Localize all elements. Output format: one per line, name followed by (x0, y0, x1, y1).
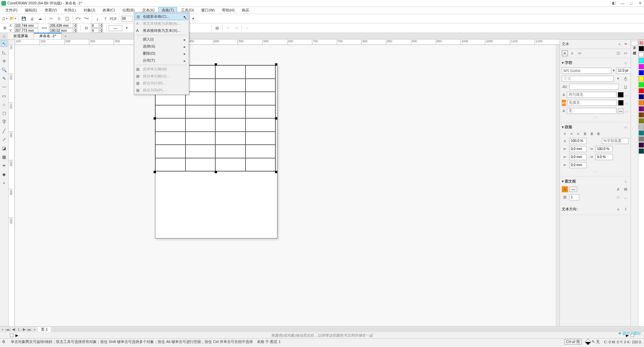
justify-full-icon[interactable]: ≣ (589, 131, 595, 137)
close-icon[interactable]: ✕ (637, 1, 643, 6)
fill-color-swatch[interactable] (618, 92, 623, 97)
zoom-tool-icon[interactable]: 🔍 (1, 66, 7, 73)
char-mode-icon[interactable]: A (562, 50, 568, 56)
dropdown-icon[interactable]: ▾ (613, 68, 615, 74)
dimension-tool-icon[interactable]: ⤢ (1, 136, 7, 143)
wrap2-button[interactable]: ⟲ (233, 25, 239, 31)
expand-more-icon[interactable]: ⋯ (562, 115, 629, 121)
font-style-select[interactable] (562, 76, 614, 82)
color-swatch[interactable] (639, 106, 644, 112)
more-icon[interactable]: … (625, 92, 629, 98)
handle-bl[interactable] (154, 171, 156, 173)
polygon-tool-icon[interactable]: ⬠ (1, 110, 7, 117)
color-swatch[interactable] (639, 112, 644, 118)
last-page-icon[interactable]: ⏭ (27, 328, 32, 332)
spin-down-icon[interactable]: ▾ (74, 30, 77, 33)
text-docker-tab[interactable]: 文本 (631, 41, 638, 46)
docker-close-icon[interactable]: ✕ (623, 41, 629, 47)
pen-icon[interactable]: ✎ (592, 340, 595, 344)
home-tab-icon[interactable]: ⌂ (0, 34, 8, 38)
rectangle-tool-icon[interactable]: ▭ (1, 92, 7, 99)
justify-icon[interactable]: ≣ (582, 131, 588, 137)
width-input[interactable] (49, 23, 73, 28)
color-swatch[interactable] (639, 148, 644, 154)
border-style-select[interactable]: — (109, 25, 122, 31)
redo-button[interactable]: ↷ (83, 15, 90, 22)
color-swatch[interactable] (639, 130, 644, 136)
page-tab[interactable]: 页 1 (38, 327, 51, 332)
va-top-icon[interactable]: A (615, 186, 621, 192)
more-icon[interactable]: … (625, 108, 629, 114)
ime-indicator[interactable]: CH ⇄ 简 (564, 339, 582, 345)
plus-tool-icon[interactable]: + (1, 180, 7, 186)
spin-down-icon[interactable]: ▾ (74, 25, 77, 28)
y-input[interactable] (14, 28, 38, 33)
prev-page-icon[interactable]: ◀ (11, 327, 16, 332)
align-center-icon[interactable]: ≡ (569, 131, 575, 137)
frame-mode-icon[interactable]: ▭ (577, 50, 583, 56)
options-icon[interactable]: ▭ (623, 50, 629, 56)
cut-button[interactable]: ✂ (48, 15, 54, 22)
margins-button[interactable]: ▤ (214, 25, 220, 31)
border-dropdown-icon[interactable]: ▾ (123, 25, 130, 31)
menu-file[interactable]: 文件(F) (2, 7, 21, 13)
frame-line-icon[interactable]: — (569, 187, 577, 192)
freehand-tool-icon[interactable]: ✎ (1, 75, 7, 82)
launch-dropdown-icon[interactable]: ▾ (190, 15, 197, 22)
menu-select[interactable]: 选择(S) (135, 43, 188, 50)
menu-object[interactable]: 对象(J) (80, 7, 99, 13)
color-swatch[interactable] (639, 100, 644, 106)
canvas[interactable]: × (15, 45, 555, 326)
style-docker-tab[interactable]: 对象样式 (631, 46, 638, 51)
dropdown-icon[interactable]: ▾ (615, 76, 621, 82)
color-swatch[interactable] (639, 46, 644, 51)
cloud-button[interactable]: ☁ (37, 15, 43, 22)
menu-help[interactable]: 帮助(H) (219, 7, 238, 13)
section-opts-icon[interactable]: ○ (623, 60, 629, 66)
first-page-icon[interactable]: ⏮ (5, 328, 11, 332)
bg-color-swatch[interactable] (618, 100, 624, 106)
open-button[interactable]: 📂 (9, 15, 16, 22)
color-swatch[interactable] (639, 142, 644, 148)
wrap-button[interactable]: ⟳ (225, 25, 231, 31)
fill-type-select[interactable] (567, 92, 616, 98)
crop-tool-icon[interactable]: ✛ (1, 58, 7, 64)
docker-collapse-icon[interactable]: « (616, 41, 623, 47)
color-swatch[interactable] (639, 52, 644, 57)
minimize-icon[interactable]: — (620, 1, 625, 6)
menu-view[interactable]: 查看(V) (41, 7, 60, 13)
color-swatch[interactable] (639, 118, 644, 124)
spin-up-icon[interactable]: ▴ (100, 23, 103, 25)
maximize-icon[interactable]: □ (629, 1, 634, 6)
menu-create-table[interactable]: 创建新表格(C)... (135, 13, 188, 20)
para-mode-icon[interactable]: ≡ (569, 50, 575, 56)
color-swatch[interactable] (639, 88, 644, 93)
col-opts-icon[interactable]: ▥ (615, 194, 621, 200)
expand-more-icon[interactable]: ⋯ (562, 169, 629, 175)
align-right-icon[interactable]: ≡ (575, 131, 581, 137)
color-swatch[interactable] (639, 82, 644, 87)
document-tab[interactable]: 未命名 -1* (34, 33, 62, 39)
va-mid-icon[interactable]: ▤ (623, 186, 629, 192)
new-button[interactable]: 🗋 (1, 15, 8, 22)
zoom-input[interactable] (121, 16, 132, 22)
nav-arrow-icon[interactable]: ▶ (15, 333, 18, 338)
add-button[interactable]: + (244, 25, 251, 31)
frame-bg-icon[interactable]: A (562, 186, 568, 192)
justify-force-icon[interactable]: ≣ (595, 131, 601, 137)
add-page-after-icon[interactable]: + (32, 328, 38, 332)
print-button[interactable]: 🖨 (29, 15, 35, 22)
horizontal-scrollbar[interactable] (53, 327, 644, 332)
more-icon[interactable]: … (625, 100, 629, 106)
more-icon[interactable]: … (623, 194, 629, 200)
underline-icon[interactable]: U (623, 84, 629, 90)
copy-button[interactable]: ⎘ (56, 15, 62, 22)
paste-button[interactable]: 📋 (64, 15, 70, 22)
spin-down-icon[interactable]: ▾ (100, 25, 103, 28)
no-color-swatch[interactable]: ⊠ (639, 40, 644, 45)
next-page-icon[interactable]: ▶ (21, 327, 27, 332)
color-swatch[interactable] (639, 64, 644, 69)
menu-distribute[interactable]: 分布(T) (135, 57, 188, 64)
bg-fill-select[interactable] (567, 100, 617, 106)
char-height-select[interactable] (602, 138, 629, 144)
